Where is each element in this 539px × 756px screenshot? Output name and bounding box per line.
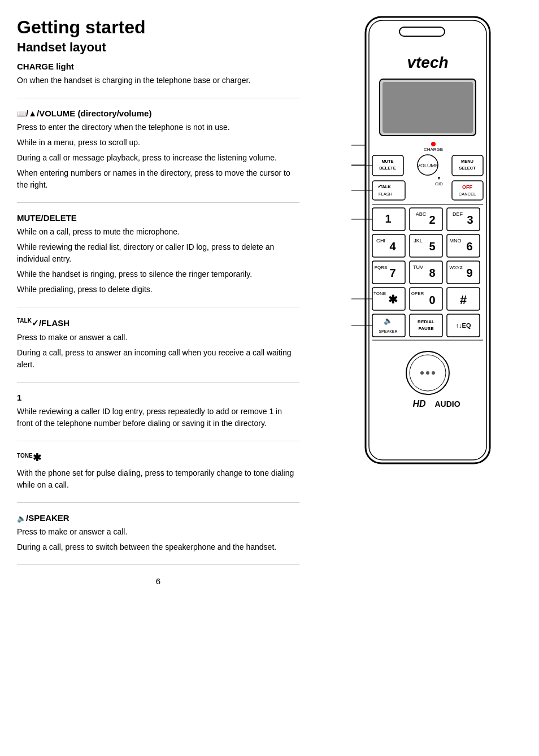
speaker-p1: Press to make or answer a call. — [17, 526, 299, 538]
page-title: Getting started — [17, 17, 299, 38]
section-charge-light: CHARGE light On when the handset is char… — [17, 62, 299, 98]
svg-text:▼: ▼ — [437, 176, 441, 181]
svg-text:8: 8 — [429, 267, 435, 279]
section-mute-delete: MUTE/DELETE While on a call, press to mu… — [17, 213, 299, 307]
section-talk-flash: TALK✓/FLASH Press to make or answer a ca… — [17, 318, 299, 383]
svg-text:7: 7 — [389, 267, 395, 279]
svg-text:TONE: TONE — [373, 291, 386, 296]
mute-p2: While reviewing the redial list, directo… — [17, 241, 299, 265]
tone-p1: With the phone set for pulse dialing, pr… — [17, 467, 299, 491]
section-volume: 📖/▲/VOLUME (directory/volume) Press to e… — [17, 108, 299, 203]
svg-text:FLASH: FLASH — [379, 192, 392, 197]
svg-text:4: 4 — [389, 240, 396, 253]
section-speaker: 🔈/SPEAKER Press to make or answer a call… — [17, 513, 299, 565]
svg-text:DELETE: DELETE — [379, 166, 396, 171]
svg-text:9: 9 — [466, 267, 472, 279]
svg-point-74 — [426, 371, 429, 375]
svg-text:vtech: vtech — [407, 54, 448, 71]
content-area: Getting started Handset layout CHARGE li… — [0, 0, 316, 756]
charge-light-title: CHARGE light — [17, 62, 299, 71]
svg-text:2: 2 — [429, 214, 435, 226]
svg-text:SPEAKER: SPEAKER — [379, 329, 397, 333]
section-subtitle: Handset layout — [17, 40, 299, 55]
svg-rect-45 — [372, 261, 405, 284]
svg-text:5: 5 — [429, 240, 435, 253]
svg-text:🔈: 🔈 — [384, 316, 393, 325]
mute-p1: While on a call, press to mute the micro… — [17, 226, 299, 238]
one-title: 1 — [17, 393, 299, 402]
talk-p1: Press to make or answer a call. — [17, 332, 299, 344]
svg-text:REDIAL: REDIAL — [418, 319, 434, 324]
svg-text:✱: ✱ — [388, 293, 398, 306]
volume-title: 📖/▲/VOLUME (directory/volume) — [17, 108, 299, 118]
tone-title: TONE✱ — [17, 451, 299, 464]
svg-text:SELECT: SELECT — [459, 166, 476, 171]
svg-text:HD: HD — [412, 399, 426, 409]
svg-text:0: 0 — [429, 294, 435, 306]
page-number: 6 — [17, 576, 299, 586]
svg-text:#: # — [460, 293, 467, 307]
svg-rect-51 — [447, 261, 480, 284]
speaker-title: 🔈/SPEAKER — [17, 513, 299, 523]
talk-p2: During a call, press to answer an incomi… — [17, 347, 299, 371]
phone-diagram: vtech CHARGE MUTE DELETE 📖 ▲ VOLUME ▼ CI… — [337, 11, 518, 475]
one-p1: While reviewing a caller ID log entry, p… — [17, 406, 299, 429]
svg-text:ABC: ABC — [416, 211, 427, 217]
svg-text:CID: CID — [435, 181, 443, 186]
svg-point-75 — [432, 371, 435, 375]
volume-p2: While in a menu, press to scroll up. — [17, 137, 299, 149]
svg-text:↑↓EQ: ↑↓EQ — [456, 322, 471, 329]
mute-p4: While predialing, press to delete digits… — [17, 284, 299, 296]
phone-diagram-area: vtech CHARGE MUTE DELETE 📖 ▲ VOLUME ▼ CI… — [316, 0, 539, 756]
svg-point-73 — [420, 371, 424, 375]
volume-p1: Press to enter the directory when the te… — [17, 121, 299, 133]
svg-text:MENU: MENU — [461, 159, 473, 164]
svg-text:6: 6 — [466, 240, 472, 253]
svg-text:OFF: OFF — [462, 184, 472, 190]
svg-text:WXYZ: WXYZ — [449, 265, 462, 270]
mute-delete-title: MUTE/DELETE — [17, 213, 299, 223]
svg-text:TALK: TALK — [380, 184, 391, 189]
svg-text:MUTE: MUTE — [381, 159, 393, 164]
svg-point-6 — [431, 142, 436, 146]
svg-text:AUDIO: AUDIO — [434, 399, 460, 409]
section-one: 1 While reviewing a caller ID log entry,… — [17, 393, 299, 441]
svg-text:1: 1 — [385, 212, 391, 225]
svg-text:CHARGE: CHARGE — [424, 147, 443, 152]
mute-p3: While the handset is ringing, press to s… — [17, 268, 299, 280]
charge-light-p1: On when the handset is charging in the t… — [17, 75, 299, 86]
svg-rect-33 — [447, 208, 480, 231]
svg-rect-5 — [382, 82, 473, 133]
volume-p4: When entering numbers or names in the di… — [17, 167, 299, 191]
svg-text:PAUSE: PAUSE — [419, 326, 434, 331]
svg-text:MNO: MNO — [450, 238, 462, 244]
svg-text:GHI: GHI — [376, 238, 385, 244]
svg-text:CANCEL: CANCEL — [459, 192, 476, 197]
svg-text:TUV: TUV — [413, 264, 423, 270]
svg-text:OPER: OPER — [411, 291, 424, 296]
volume-p3: During a call or message playback, press… — [17, 152, 299, 164]
svg-text:PQRS: PQRS — [375, 265, 388, 270]
talk-flash-title: TALK✓/FLASH — [17, 318, 299, 328]
svg-rect-65 — [410, 314, 442, 337]
svg-text:JKL: JKL — [414, 238, 423, 244]
svg-text:3: 3 — [467, 214, 473, 226]
speaker-p2: During a call, press to switch between t… — [17, 541, 299, 553]
section-tone: TONE✱ With the phone set for pulse diali… — [17, 451, 299, 503]
svg-text:DEF: DEF — [453, 211, 463, 217]
svg-text:VOLUME: VOLUME — [417, 163, 438, 168]
